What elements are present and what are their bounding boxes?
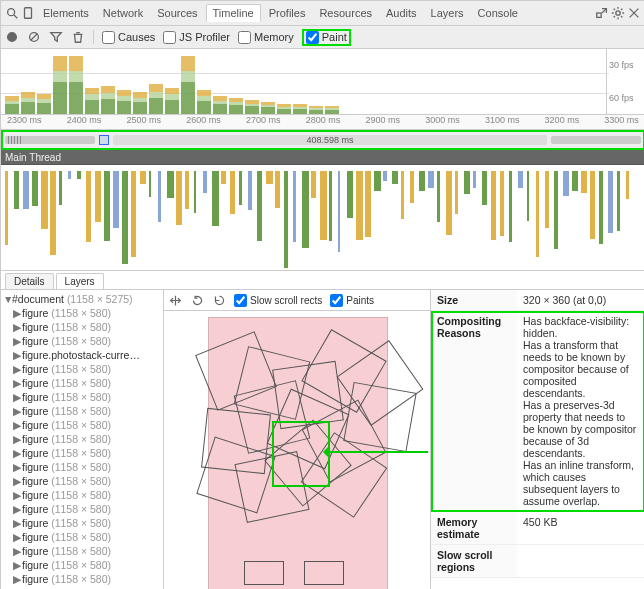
detail-body: ▼#document (1158 × 5275)▶figure (1158 × … [1,290,644,589]
tab-network[interactable]: Network [97,5,149,21]
tab-resources[interactable]: Resources [313,5,378,21]
fps-60-label: 60 fps [609,93,634,103]
filter-icon[interactable] [49,30,63,44]
annotation-arrow [326,451,428,453]
tab-layers[interactable]: Layers [425,5,470,21]
canvas-toolbar: Slow scroll rects Paints [164,290,430,311]
overview-center: 408.598 ms [113,135,547,145]
toggle-paints[interactable]: Paints [330,294,374,307]
tree-node[interactable]: ▶figure (1158 × 580) [1,460,163,474]
toggle-slow-rects[interactable]: Slow scroll rects [234,294,322,307]
overview-selection[interactable] [99,135,109,145]
detail-tabs: Details Layers [1,271,644,290]
settings-icon[interactable] [611,6,625,20]
fps-30-label: 30 fps [609,60,634,70]
svg-point-5 [616,11,620,15]
filter-causes[interactable]: Causes [102,31,155,44]
svg-rect-3 [597,13,601,17]
tree-node[interactable]: ▶figure.photostack-curre… [1,348,163,362]
time-ruler: 2300 ms2400 ms2500 ms2600 ms2700 ms2800 … [1,115,644,130]
tree-node[interactable]: ▶figure (1158 × 580) [1,390,163,404]
tree-node[interactable]: ▶figure (1158 × 580) [1,376,163,390]
tree-node[interactable]: ▶figure (1158 × 580) [1,558,163,572]
tree-node[interactable]: ▶figure (1158 × 580) [1,446,163,460]
fps-overview[interactable]: 30 fps 60 fps [1,49,644,115]
clear-icon[interactable] [27,30,41,44]
tree-node[interactable]: ▶figure (1158 × 580) [1,320,163,334]
tree-node[interactable]: ▶figure (1158 × 580) [1,572,163,586]
filter-memory[interactable]: Memory [238,31,294,44]
layer-rect[interactable] [244,561,284,585]
tab-audits[interactable]: Audits [380,5,423,21]
detail-tab-layers[interactable]: Layers [56,273,104,289]
tab-timeline[interactable]: Timeline [206,4,261,22]
tree-node[interactable]: ▶figure (1158 × 580) [1,362,163,376]
filter-jsprofiler[interactable]: JS Profiler [163,31,230,44]
drawer-icon[interactable] [595,6,609,20]
timeline-toolbar: Causes JS Profiler Memory Paint [1,26,644,49]
filter-paint[interactable]: Paint [302,29,351,46]
tree-node[interactable]: ▶figure (1158 × 580) [1,432,163,446]
tab-elements[interactable]: Elements [37,5,95,21]
tab-profiles[interactable]: Profiles [263,5,312,21]
tree-node[interactable]: ▶figure (1158 × 580) [1,530,163,544]
svg-line-1 [14,15,18,19]
tab-console[interactable]: Console [472,5,524,21]
tree-node[interactable]: ▶figure (1158 × 580) [1,404,163,418]
layer-rect[interactable] [304,561,344,585]
device-icon[interactable] [21,6,35,20]
tree-node[interactable]: ▶figure (1158 × 580) [1,418,163,432]
tree-node[interactable]: ▶figure (1158 × 580) [1,334,163,348]
prop-size: Size320 × 360 (at 0,0) [431,290,644,311]
tree-node[interactable]: ▶figure (1158 × 580) [1,502,163,516]
top-tab-bar: Elements Network Sources Timeline Profil… [1,1,644,26]
reset-icon[interactable] [212,293,226,307]
devtools-window: Elements Network Sources Timeline Profil… [0,0,644,589]
tab-sources[interactable]: Sources [151,5,203,21]
layer-canvas-area: Slow scroll rects Paints [164,290,430,589]
layer-properties: Size320 × 360 (at 0,0) Compositing Reaso… [430,290,644,589]
rotate-icon[interactable] [190,293,204,307]
tree-node[interactable]: ▶figure (1158 × 580) [1,306,163,320]
tree-node[interactable]: ▶figure (1158 × 580) [1,516,163,530]
flame-chart[interactable] [1,165,644,271]
svg-point-8 [8,33,17,42]
prop-slow-scroll: Slow scroll regions [431,545,644,578]
svg-line-10 [31,34,38,41]
layer-stage[interactable] [164,311,430,589]
overview-strip[interactable]: 408.598 ms [1,130,644,150]
tree-node[interactable]: ▶figure (1158 × 580) [1,544,163,558]
close-icon[interactable] [627,6,641,20]
tree-node[interactable]: ▶figure (1158 × 580) [1,474,163,488]
prop-memory: Memory estimate450 KB [431,512,644,545]
search-icon[interactable] [5,6,19,20]
pan-icon[interactable] [168,293,182,307]
main-thread-header: Main Thread [1,150,644,165]
layer-tree[interactable]: ▼#document (1158 × 5275)▶figure (1158 × … [1,290,164,589]
tree-root[interactable]: ▼#document (1158 × 5275) [1,292,163,306]
svg-point-0 [8,9,15,16]
trash-icon[interactable] [71,30,85,44]
svg-rect-2 [25,8,32,19]
prop-compositing-reasons: Compositing ReasonsHas backface-visibili… [431,311,644,512]
record-icon[interactable] [5,30,19,44]
layer-rect[interactable] [343,382,416,452]
detail-tab-details[interactable]: Details [5,273,54,289]
tree-node[interactable]: ▶figure (1158 × 580) [1,488,163,502]
